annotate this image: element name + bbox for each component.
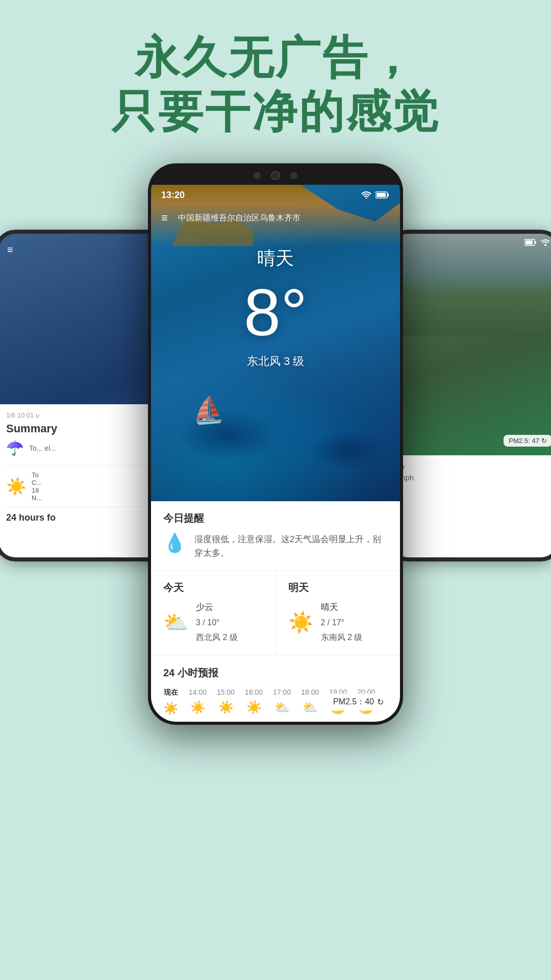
publish-time: 5-22 13:20 发布 xyxy=(161,697,215,706)
camera-dot-2 xyxy=(290,172,297,179)
battery-icon xyxy=(375,191,390,199)
phone-main: ⛵ 13:20 xyxy=(148,163,403,725)
today-details: 少云 3 / 10° 西北风 2 级 xyxy=(196,600,238,645)
top-bar: ≡ 中国新疆维吾尔自治区乌鲁木齐市 xyxy=(151,205,400,231)
camera-lens xyxy=(271,171,280,180)
tomorrow-forecast: 明天 ☀️ 晴天 2 / 17° 东南风 2 级 xyxy=(276,571,400,655)
forecast-section: 今天 ⛅ 少云 3 / 10° 西北风 2 级 明天 xyxy=(151,571,400,655)
right-reload-icon: ↻ xyxy=(541,437,547,445)
reminder-section: 今日提醒 💧 湿度很低，注意保湿。这2天气温会明显上升，别穿太多。 xyxy=(151,501,400,571)
hour-item: 15:00☀️ xyxy=(217,688,235,716)
svg-point-0 xyxy=(544,244,546,246)
weather-wind: 东北风 3 级 xyxy=(247,354,304,369)
today-condition: 少云 xyxy=(196,600,238,616)
hour-time: 现在 xyxy=(164,688,178,697)
phone-right-screen: PM2.5: 47 ↻ w mph xyxy=(392,234,551,557)
reminder-content: 💧 湿度很低，注意保湿。这2天气温会明显上升，别穿太多。 xyxy=(163,532,388,560)
weather-condition: 晴天 xyxy=(257,246,294,271)
hours-section: 24 小时预报 现在☀️14:00☀️15:00☀️16:00☀️17:00⛅1… xyxy=(151,656,400,722)
water-shadow-1 xyxy=(177,409,279,460)
headline-line1: 永久无广告， xyxy=(0,31,551,85)
hour-icon: ☀️ xyxy=(246,700,262,715)
camera-bar xyxy=(151,166,400,185)
today-wind: 西北风 2 级 xyxy=(196,630,238,645)
location-text: 中国新疆维吾尔自治区乌鲁木齐市 xyxy=(178,213,300,224)
tomorrow-details: 晴天 2 / 17° 东南风 2 级 xyxy=(321,600,363,645)
status-time: 13:20 xyxy=(161,190,185,201)
wifi-icon xyxy=(361,191,371,199)
sun-icon-left: ☀️ xyxy=(6,477,27,496)
camera-dot xyxy=(254,172,261,179)
phone-left-content: ≡ xyxy=(0,234,164,270)
hour-time: 16:00 xyxy=(245,688,263,696)
hours-title: 24 小时预报 xyxy=(163,666,388,680)
svg-rect-6 xyxy=(377,193,386,197)
reminder-text: 湿度很低，注意保湿。这2天气温会明显上升，别穿太多。 xyxy=(194,532,388,560)
svg-point-4 xyxy=(366,198,367,199)
right-speed-label: mph xyxy=(399,473,550,482)
left-today-label: To xyxy=(32,471,42,479)
hour-item: 16:00☀️ xyxy=(245,688,263,716)
left-today-info: To C... 18 N... xyxy=(32,471,42,502)
right-wind-label: w xyxy=(399,462,550,471)
right-wifi-icon xyxy=(541,239,550,248)
left-today-section: ☀️ To C... 18 N... xyxy=(6,471,157,507)
left-hours-label: 24 hours fo xyxy=(6,512,157,523)
today-icon: ⛅ xyxy=(163,610,189,634)
summary-title: Summary xyxy=(6,422,157,435)
hour-time: 15:00 xyxy=(217,688,235,696)
phone-screen: ⛵ 13:20 xyxy=(151,185,400,722)
status-icons xyxy=(361,191,390,199)
summary-row: ☂️ To... el... xyxy=(6,439,157,456)
today-label: 今天 xyxy=(163,581,263,595)
pm-badge: PM2.5：40 ↻ xyxy=(327,694,390,710)
water-shadow-2 xyxy=(308,430,385,471)
boat-icon: ⛵ xyxy=(191,394,225,426)
summary-text: To... el... xyxy=(29,444,56,452)
svg-rect-2 xyxy=(525,240,533,244)
tomorrow-wind: 东南风 2 级 xyxy=(321,630,363,645)
weather-temperature: 8° xyxy=(244,279,307,346)
hour-item: 18:00⛅ xyxy=(301,688,319,716)
today-temp: 3 / 10° xyxy=(196,616,238,630)
menu-icon[interactable]: ≡ xyxy=(161,211,168,225)
umbrella-icon: ☂️ xyxy=(6,439,24,456)
right-battery-icon xyxy=(524,239,537,248)
tomorrow-condition: 晴天 xyxy=(321,600,363,616)
headline-area: 永久无广告， 只要干净的感觉 xyxy=(0,31,551,138)
tomorrow-icon: ☀️ xyxy=(288,610,314,634)
hour-icon: ☀️ xyxy=(218,700,234,715)
drop-icon: 💧 xyxy=(163,532,186,554)
phone-left-card: 1/6 10:01 u Summary ☂️ To... el... ☀️ To… xyxy=(0,404,164,557)
summary-section: Summary ☂️ To... el... xyxy=(6,422,157,466)
phone-right: PM2.5: 47 ↻ w mph xyxy=(388,230,551,561)
phone-left-screen: ≡ 1/6 10:01 u Summary ☂️ To... el... ☀️ … xyxy=(0,234,164,557)
right-pm-badge: PM2.5: 47 ↻ xyxy=(504,435,551,447)
left-today-detail2: 18 xyxy=(32,486,42,494)
status-bar: 13:20 xyxy=(151,185,400,205)
svg-rect-7 xyxy=(387,193,389,197)
hour-icon: ⛅ xyxy=(274,700,290,715)
reload-icon[interactable]: ↻ xyxy=(377,697,384,707)
left-menu-icon: ≡ xyxy=(7,244,156,256)
phone-main-inner: ⛵ 13:20 xyxy=(151,166,400,722)
hour-item: 17:00⛅ xyxy=(273,688,291,716)
hour-time: 18:00 xyxy=(301,688,319,696)
tomorrow-temp: 2 / 17° xyxy=(321,616,363,630)
phone-left: ≡ 1/6 10:01 u Summary ☂️ To... el... ☀️ … xyxy=(0,230,168,561)
hour-time: 17:00 xyxy=(273,688,291,696)
today-weather-row: ⛅ 少云 3 / 10° 西北风 2 级 xyxy=(163,600,263,645)
phones-container: ≡ 1/6 10:01 u Summary ☂️ To... el... ☀️ … xyxy=(0,163,551,980)
tomorrow-label: 明天 xyxy=(288,581,388,595)
tomorrow-weather-row: ☀️ 晴天 2 / 17° 东南风 2 级 xyxy=(288,600,388,645)
reminder-title: 今日提醒 xyxy=(163,511,388,525)
left-today-detail1: C... xyxy=(32,479,42,486)
phone-right-card: PM2.5: 47 ↻ w mph xyxy=(392,455,551,557)
weather-main: 晴天 8° 东北风 3 级 xyxy=(151,246,400,369)
headline-line2: 只要干净的感觉 xyxy=(0,85,551,139)
hour-time: 14:00 xyxy=(189,688,207,696)
hour-icon: ⛅ xyxy=(303,700,318,715)
left-today-detail3: N... xyxy=(32,494,42,502)
svg-rect-3 xyxy=(535,241,536,244)
weather-card: 今日提醒 💧 湿度很低，注意保湿。这2天气温会明显上升，别穿太多。 今天 ⛅ xyxy=(151,501,400,722)
